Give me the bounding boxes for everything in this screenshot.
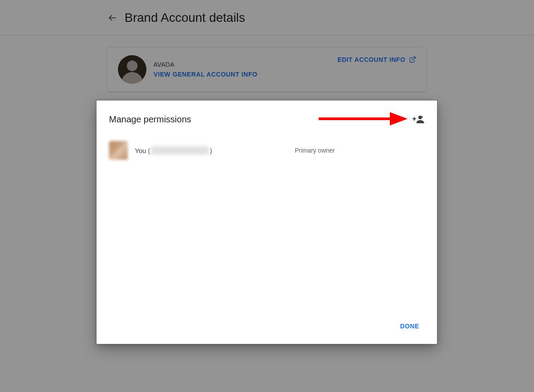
dialog-header: Manage permissions [97, 101, 437, 129]
user-email-redacted [151, 146, 209, 154]
permission-list: You ( ) Primary owner [97, 129, 437, 319]
user-label-prefix: You ( [135, 147, 150, 154]
permission-row: You ( ) Primary owner [109, 138, 425, 163]
person-add-icon [413, 115, 424, 124]
done-button[interactable]: DONE [395, 319, 425, 333]
svg-point-3 [421, 116, 423, 118]
dialog-title: Manage permissions [109, 114, 412, 125]
dialog-footer: DONE [97, 319, 437, 344]
user-label-suffix: ) [210, 147, 212, 154]
user-avatar [109, 141, 128, 160]
svg-rect-5 [414, 117, 415, 121]
manage-permissions-dialog: Manage permissions You ( ) P [97, 101, 437, 344]
permission-role: Primary owner [295, 147, 335, 154]
permission-user: You ( ) [128, 146, 212, 154]
add-people-button[interactable] [412, 113, 425, 125]
